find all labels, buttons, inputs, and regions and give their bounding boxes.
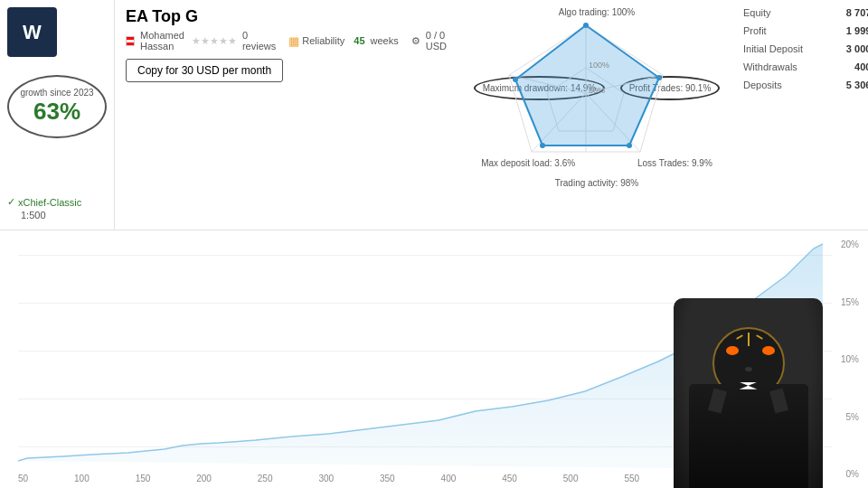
stat-value-0: 8 707.44 USD (832, 7, 868, 18)
svg-text:50%: 50% (589, 86, 605, 95)
y-label-4: 0% (841, 469, 859, 479)
svg-point-11 (540, 143, 545, 148)
x-label-2: 150 (136, 474, 151, 483)
stat-label-4: Deposits (743, 80, 825, 90)
svg-marker-7 (515, 25, 659, 145)
panther-mascot (674, 298, 823, 488)
growth-label: growth since 2023 (20, 88, 93, 98)
x-label-4: 250 (258, 474, 273, 483)
leverage: 1:500 (21, 210, 81, 221)
reliability-badge: ▦ Reliability (288, 34, 344, 48)
svg-point-9 (656, 75, 662, 80)
x-label-8: 450 (502, 474, 517, 483)
stat-row-2: Initial Deposit 3 000.00 USD (743, 43, 868, 54)
stats-panel: Equity 8 707.44 USD Profit 1 999.66 USD … (732, 0, 868, 230)
x-label-1: 100 (74, 474, 90, 483)
stat-value-4: 5 306.04 USD (832, 80, 868, 90)
stat-row-1: Profit 1 999.66 USD (743, 25, 868, 36)
radar-svg: 100% 50% (495, 21, 676, 168)
stat-row-3: Withdrawals 400.00 USD (743, 61, 868, 72)
chart-y-axis: 20%15%10%5%0% (841, 230, 859, 488)
stat-row-4: Deposits 5 306.04 USD (743, 80, 868, 90)
stat-value-3: 400.00 USD (832, 61, 868, 72)
left-panel: W growth since 2023 63% xChief-Classic 1… (0, 0, 115, 230)
logo-icon: W (23, 21, 42, 44)
svg-point-8 (583, 23, 589, 28)
copy-button[interactable]: Copy for 30 USD per month (126, 59, 283, 82)
stat-label-0: Equity (743, 7, 825, 18)
stat-row-0: Equity 8 707.44 USD (743, 7, 868, 18)
stars: ★★★★★ (192, 35, 237, 47)
stat-label-2: Initial Deposit (743, 43, 825, 54)
account-name: xChief-Classic (7, 196, 81, 208)
x-label-3: 200 (196, 474, 212, 483)
author-row: Mohamed Hassan ★★★★★ 0 reviews ▦ Reliabi… (126, 30, 450, 52)
reliability-icon: ▦ (288, 34, 299, 48)
reliability-label: Reliability (302, 35, 344, 46)
stat-value-1: 1 999.66 USD (832, 25, 868, 36)
svg-point-10 (627, 143, 632, 148)
svg-point-12 (513, 77, 518, 82)
weeks-unit: weeks (371, 35, 399, 46)
account-name-text: xChief-Classic (18, 197, 81, 208)
y-label-2: 10% (841, 354, 859, 364)
growth-bubble: growth since 2023 63% (7, 75, 107, 138)
y-label-3: 5% (841, 412, 859, 422)
trading-activity-label: Trading activity: 98% (555, 178, 638, 188)
author-name: Mohamed Hassan (140, 30, 186, 52)
radar-container: Algo trading: 100% Maximum drawdown: 14.… (468, 7, 725, 188)
reviews: 0 reviews (242, 30, 276, 52)
y-label-1: 15% (841, 297, 859, 307)
balance: 0 / 0 USD (426, 30, 450, 52)
stat-label-1: Profit (743, 25, 825, 36)
x-label-5: 300 (318, 474, 334, 483)
bottom-chart: 20%15%10%5%0% 50100150200250300350400450… (0, 230, 868, 488)
ea-title: EA Top G (126, 7, 198, 26)
logo: W (7, 7, 57, 57)
balance-icon: ⚙ (411, 35, 420, 47)
x-label-0: 50 (18, 474, 28, 483)
stat-label-3: Withdrawals (743, 61, 825, 72)
x-label-9: 500 (563, 474, 579, 483)
svg-text:100%: 100% (589, 61, 609, 70)
x-label-10: 550 (624, 474, 639, 483)
stat-value-2: 3 000.00 USD (832, 43, 868, 54)
growth-value: 63% (33, 98, 80, 126)
x-label-7: 400 (441, 474, 457, 483)
header-area: EA Top G Mohamed Hassan ★★★★★ 0 reviews … (115, 0, 461, 230)
y-label-0: 20% (841, 239, 859, 249)
canada-flag (126, 36, 135, 46)
radar-section: Algo trading: 100% Maximum drawdown: 14.… (461, 0, 732, 230)
x-label-6: 350 (380, 474, 395, 483)
weeks-value: 45 (354, 35, 364, 46)
algo-trading-label: Algo trading: 100% (559, 7, 636, 17)
account-info: xChief-Classic 1:500 (7, 187, 81, 221)
